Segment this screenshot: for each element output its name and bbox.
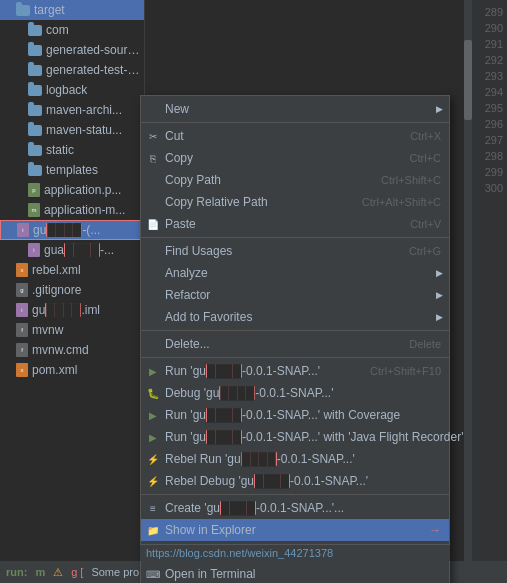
file-icon-mvnw: f xyxy=(16,323,28,337)
tree-item-generated-test-sources[interactable]: generated-test-sources xyxy=(0,60,144,80)
tree-label-rebel-xml: rebel.xml xyxy=(32,263,140,277)
menu-item-debug[interactable]: 🐛 Debug 'gu████-0.0.1-SNAP...' xyxy=(141,382,449,404)
tree-label-mvnw: mvnw xyxy=(32,323,140,337)
menu-item-find-usages[interactable]: Find Usages Ctrl+G xyxy=(141,240,449,262)
menu-item-paste[interactable]: 📄 Paste Ctrl+V xyxy=(141,213,449,235)
tree-item-rebel-xml[interactable]: x rebel.xml xyxy=(0,260,144,280)
menu-label-run-coverage: Run 'gu████-0.0.1-SNAP...' with Coverage xyxy=(165,408,441,422)
tree-label-gitignore: .gitignore xyxy=(32,283,140,297)
folder-icon-logback xyxy=(28,85,42,96)
menu-label-analyze: Analyze xyxy=(165,266,441,280)
menu-item-cut[interactable]: ✂ Cut Ctrl+X xyxy=(141,125,449,147)
menu-item-rebel-run[interactable]: ⚡ Rebel Run 'gu████-0.0.1-SNAP...' xyxy=(141,448,449,470)
menu-shortcut-cut: Ctrl+X xyxy=(390,130,441,142)
menu-label-open-terminal: Open in Terminal xyxy=(165,567,441,581)
tree-item-mvnw-cmd[interactable]: f mvnw.cmd xyxy=(0,340,144,360)
line-295: 295 xyxy=(472,100,503,116)
line-289: 289 xyxy=(472,4,503,20)
tree-item-maven-archi[interactable]: maven-archi... xyxy=(0,100,144,120)
line-298: 298 xyxy=(472,148,503,164)
menu-item-copy-relative-path[interactable]: Copy Relative Path Ctrl+Alt+Shift+C xyxy=(141,191,449,213)
tree-item-target[interactable]: target xyxy=(0,0,144,20)
tree-item-static[interactable]: static xyxy=(0,140,144,160)
folder-icon-target xyxy=(16,5,30,16)
line-296: 296 xyxy=(472,116,503,132)
tree-item-maven-statu[interactable]: maven-statu... xyxy=(0,120,144,140)
tree-item-pom-xml[interactable]: x pom.xml xyxy=(0,360,144,380)
menu-label-refactor: Refactor xyxy=(165,288,441,302)
menu-label-rebel-debug: Rebel Debug 'gu████-0.0.1-SNAP...' xyxy=(165,474,441,488)
tree-item-application-m[interactable]: m application-m... xyxy=(0,200,144,220)
show-explorer-arrow: → xyxy=(429,523,441,537)
tree-label-maven-statu: maven-statu... xyxy=(46,123,140,137)
menu-shortcut-delete: Delete xyxy=(389,338,441,350)
menu-label-rebel-run: Rebel Run 'gu████-0.0.1-SNAP...' xyxy=(165,452,441,466)
tree-label-gua2: gua████-... xyxy=(44,243,140,257)
file-icon-application-p: p xyxy=(28,183,40,197)
menu-shortcut-copy-relative-path: Ctrl+Alt+Shift+C xyxy=(342,196,441,208)
tree-label-generated-sources: generated-sources xyxy=(46,43,140,57)
create-icon: ≡ xyxy=(146,501,160,515)
tree-item-gitignore[interactable]: g .gitignore xyxy=(0,280,144,300)
tree-label-pom-xml: pom.xml xyxy=(32,363,140,377)
line-292: 292 xyxy=(472,52,503,68)
tree-label-static: static xyxy=(46,143,140,157)
rebel-run-icon: ⚡ xyxy=(146,452,160,466)
tree-label-application-p: application.p... xyxy=(44,183,140,197)
tree-item-gua-selected[interactable]: i gu████-(... xyxy=(0,220,144,240)
menu-item-run-flight[interactable]: ▶ Run 'gu████-0.0.1-SNAP...' with 'Java … xyxy=(141,426,449,448)
menu-label-debug: Debug 'gu████-0.0.1-SNAP...' xyxy=(165,386,441,400)
scroll-thumb[interactable] xyxy=(464,40,472,120)
url-bar: https://blog.csdn.net/weixin_44271378 xyxy=(140,544,450,561)
menu-sep-3 xyxy=(141,330,449,331)
menu-item-copy[interactable]: ⎘ Copy Ctrl+C xyxy=(141,147,449,169)
tree-item-generated-sources[interactable]: generated-sources xyxy=(0,40,144,60)
menu-item-add-favorites[interactable]: Add to Favorites xyxy=(141,306,449,328)
menu-label-create: Create 'gu████-0.0.1-SNAP...'... xyxy=(165,501,441,515)
tree-label-mvnw-cmd: mvnw.cmd xyxy=(32,343,140,357)
line-300: 300 xyxy=(472,180,503,196)
line-293: 293 xyxy=(472,68,503,84)
menu-item-open-terminal[interactable]: ⌨ Open in Terminal xyxy=(141,563,449,583)
menu-item-rebel-debug[interactable]: ⚡ Rebel Debug 'gu████-0.0.1-SNAP...' xyxy=(141,470,449,492)
menu-sep-5 xyxy=(141,494,449,495)
menu-label-copy: Copy xyxy=(165,151,390,165)
line-290: 290 xyxy=(472,20,503,36)
g-bracket: g [ xyxy=(71,566,83,578)
run-coverage-icon: ▶ xyxy=(146,408,160,422)
paste-icon: 📄 xyxy=(146,217,160,231)
tree-label-com: com xyxy=(46,23,140,37)
line-299: 299 xyxy=(472,164,503,180)
scroll-indicator xyxy=(464,0,472,583)
menu-sep-2 xyxy=(141,237,449,238)
menu-item-copy-path[interactable]: Copy Path Ctrl+Shift+C xyxy=(141,169,449,191)
menu-label-copy-relative-path: Copy Relative Path xyxy=(165,195,342,209)
folder-icon-com xyxy=(28,25,42,36)
menu-item-analyze[interactable]: Analyze xyxy=(141,262,449,284)
tree-item-templates[interactable]: templates xyxy=(0,160,144,180)
tree-item-mvnw[interactable]: f mvnw xyxy=(0,320,144,340)
menu-item-create[interactable]: ≡ Create 'gu████-0.0.1-SNAP...'... xyxy=(141,497,449,519)
tree-item-application-p[interactable]: p application.p... xyxy=(0,180,144,200)
menu-item-run[interactable]: ▶ Run 'gu████-0.0.1-SNAP...' Ctrl+Shift+… xyxy=(141,360,449,382)
line-291: 291 xyxy=(472,36,503,52)
menu-item-refactor[interactable]: Refactor xyxy=(141,284,449,306)
tree-item-gua2[interactable]: i gua████-... xyxy=(0,240,144,260)
m-indicator: m xyxy=(35,566,45,578)
url-text: https://blog.csdn.net/weixin_44271378 xyxy=(146,547,333,559)
menu-label-copy-path: Copy Path xyxy=(165,173,361,187)
folder-icon-maven-statu xyxy=(28,125,42,136)
menu-item-delete[interactable]: Delete... Delete xyxy=(141,333,449,355)
tree-item-gu-iml[interactable]: i gu████.iml xyxy=(0,300,144,320)
menu-item-run-coverage[interactable]: ▶ Run 'gu████-0.0.1-SNAP...' with Covera… xyxy=(141,404,449,426)
tree-item-logback[interactable]: logback xyxy=(0,80,144,100)
iml-icon-gua: i xyxy=(17,223,29,237)
line-297: 297 xyxy=(472,132,503,148)
menu-label-new: New xyxy=(165,102,441,116)
folder-icon-templates xyxy=(28,165,42,176)
run-flight-icon: ▶ xyxy=(146,430,160,444)
tree-item-com[interactable]: com xyxy=(0,20,144,40)
menu-label-add-favorites: Add to Favorites xyxy=(165,310,441,324)
menu-item-new[interactable]: New xyxy=(141,98,449,120)
menu-item-show-explorer[interactable]: 📁 Show in Explorer → xyxy=(141,519,449,541)
